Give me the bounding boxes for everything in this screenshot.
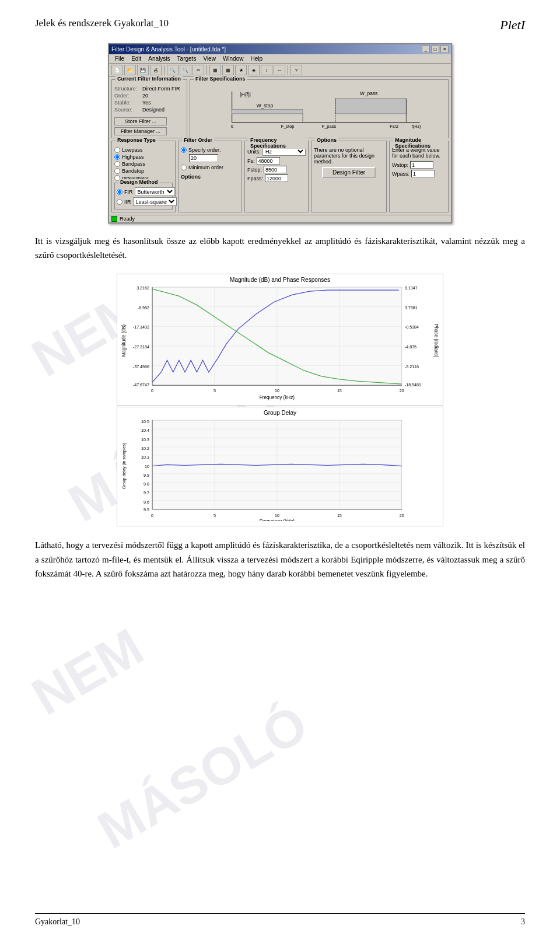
menu-help[interactable]: Help	[247, 55, 266, 62]
toolbar-btn7[interactable]: ★	[235, 65, 247, 75]
svg-text:10: 10	[275, 389, 279, 393]
wstop-label: Wstop:	[392, 162, 408, 168]
wstop-row: Wstop:	[392, 161, 446, 169]
menu-edit[interactable]: Edit	[128, 55, 145, 62]
order-row: Order: 20	[114, 93, 184, 99]
fda-titlebar-buttons: _ □ ✕	[422, 46, 449, 53]
iir-radio[interactable]	[117, 199, 123, 205]
menu-targets[interactable]: Targets	[174, 55, 200, 62]
svg-rect-4	[232, 109, 303, 113]
filter-info-title: Current Filter Information	[116, 76, 183, 82]
toolbar-btn5[interactable]: ▦	[209, 65, 221, 75]
minimize-button[interactable]: _	[422, 46, 430, 53]
fda-bottom-section: Response Type Lowpass Highpass Bandpa	[111, 141, 449, 212]
maximize-button[interactable]: □	[431, 46, 439, 53]
bandpass-option: Bandpass	[114, 161, 173, 167]
svg-text:-27.3184: -27.3184	[133, 345, 149, 350]
group-delay-svg-wrapper: 10.5 10.4 10.3 10.2 10.1 10 9.9 9.8 9.7 …	[120, 417, 440, 523]
design-filter-button[interactable]: Design Filter	[322, 167, 376, 178]
toolbar-btn8[interactable]: ◈	[248, 65, 260, 75]
response-type-panel: Response Type Lowpass Highpass Bandpa	[111, 141, 176, 212]
design-method-panel: Design Method FIR Butterworth	[114, 183, 173, 209]
toolbar-btn11[interactable]: ?	[290, 65, 302, 75]
freq-spec-panel: Frequency Specifications Units: Hz Fs:	[244, 141, 309, 212]
svg-text:8.1347: 8.1347	[405, 286, 418, 291]
menu-analysis[interactable]: Analysis	[145, 55, 173, 62]
menu-window[interactable]: Window	[219, 55, 247, 62]
iir-method-select[interactable]: Least-squares	[133, 197, 177, 206]
toolbar-btn10[interactable]: ↔	[274, 65, 285, 75]
order-value: 20	[142, 93, 148, 99]
svg-text:9.6: 9.6	[144, 500, 149, 504]
fir-method-select[interactable]: Butterworth	[135, 187, 175, 196]
magnitude-phase-chart: Magnitude (dB) and Phase Responses	[117, 274, 443, 406]
fda-titlebar: Filter Design & Analysis Tool - [untitle…	[109, 44, 451, 54]
iir-option: IIR Least-squares	[117, 197, 170, 206]
toolbar-new[interactable]: 📄	[111, 65, 123, 75]
lowpass-option: Lowpass	[114, 147, 173, 153]
fpass-input[interactable]	[265, 174, 288, 182]
filter-spec-title: Filter Specifications	[194, 76, 247, 82]
wpass-input[interactable]	[411, 170, 435, 177]
toolbar-zoom2[interactable]: 🔍	[180, 65, 191, 75]
lowpass-radio[interactable]	[114, 147, 120, 153]
svg-text:20: 20	[400, 514, 404, 518]
specify-order-radio[interactable]	[181, 147, 187, 153]
order-label: Order:	[114, 93, 140, 99]
toolbar-print[interactable]: 🖨	[150, 65, 162, 75]
fs-label: Fs:	[247, 158, 255, 164]
svg-text:-6.982: -6.982	[138, 306, 149, 310]
source-row: Source: Designed	[114, 107, 184, 113]
svg-text:f(Hz): f(Hz)	[412, 124, 422, 129]
magnitude-phase-svg-wrapper: 3.2162 -6.982 -17.1402 -27.3184 -37.4966…	[120, 284, 440, 403]
svg-text:9.9: 9.9	[144, 473, 149, 477]
page-title: Jelek és rendszerek Gyakorlat_10	[35, 18, 169, 29]
toolbar-open[interactable]: 📂	[124, 65, 136, 75]
svg-text:3.7981: 3.7981	[405, 306, 418, 310]
specify-order-option: Specify order:	[181, 147, 239, 153]
minimum-order-option: Minimum order	[181, 165, 239, 170]
wstop-input[interactable]	[410, 161, 433, 169]
svg-text:10.3: 10.3	[141, 437, 149, 442]
highpass-option: Highpass	[114, 154, 173, 160]
source-label: Source:	[114, 107, 140, 113]
menu-view[interactable]: View	[200, 55, 219, 62]
fir-radio[interactable]	[117, 189, 123, 195]
mag-spec-title: Magnitude Specifications	[393, 137, 448, 149]
toolbar-btn6[interactable]: ▦	[222, 65, 234, 75]
filter-manager-button[interactable]: Filter Manager ...	[114, 127, 167, 135]
svg-text:5: 5	[214, 389, 216, 393]
options-label: Options	[181, 174, 239, 180]
fstop-input[interactable]	[264, 166, 287, 173]
toolbar-sep-3	[288, 65, 288, 75]
structure-row: Structure: Direct-Form FIR	[114, 86, 184, 92]
response-type-title: Response Type	[116, 137, 158, 143]
fda-menubar: File Edit Analysis Targets View Window H…	[109, 54, 451, 64]
options-section: Options	[181, 174, 239, 180]
close-button[interactable]: ✕	[440, 46, 449, 53]
fda-window: Filter Design & Analysis Tool - [untitle…	[108, 43, 452, 223]
toolbar-zoom[interactable]: 🔍	[167, 65, 178, 75]
svg-text:Frequency (kHz): Frequency (kHz)	[260, 519, 295, 521]
svg-text:9.7: 9.7	[144, 491, 149, 495]
page-header: Jelek és rendszerek Gyakorlat_10 PletI	[35, 18, 525, 33]
store-filter-button[interactable]: Store Filter ...	[114, 117, 167, 125]
toolbar-btn9[interactable]: ↕	[261, 65, 272, 75]
fda-statusbar: Ready	[109, 215, 451, 222]
menu-file[interactable]: File	[111, 55, 128, 62]
filter-spec-panel: Filter Specifications |H(f)|	[190, 79, 449, 138]
toolbar-save[interactable]: 💾	[137, 65, 149, 75]
svg-text:-18.5481: -18.5481	[405, 383, 421, 387]
order-input[interactable]	[189, 154, 218, 162]
fpass-label: Fpass:	[247, 176, 263, 181]
svg-text:W_pass: W_pass	[360, 90, 377, 96]
minimum-order-radio[interactable]	[181, 165, 187, 170]
bandpass-radio[interactable]	[114, 161, 120, 167]
highpass-radio[interactable]	[114, 154, 120, 160]
toolbar-cut[interactable]: ✂	[192, 65, 204, 75]
bandstop-radio[interactable]	[114, 168, 120, 174]
svg-text:10.1: 10.1	[141, 455, 149, 460]
bandstop-option: Bandstop	[114, 168, 173, 174]
fs-input[interactable]	[257, 157, 280, 165]
svg-text:Group delay (in samples): Group delay (in samples)	[122, 442, 127, 488]
